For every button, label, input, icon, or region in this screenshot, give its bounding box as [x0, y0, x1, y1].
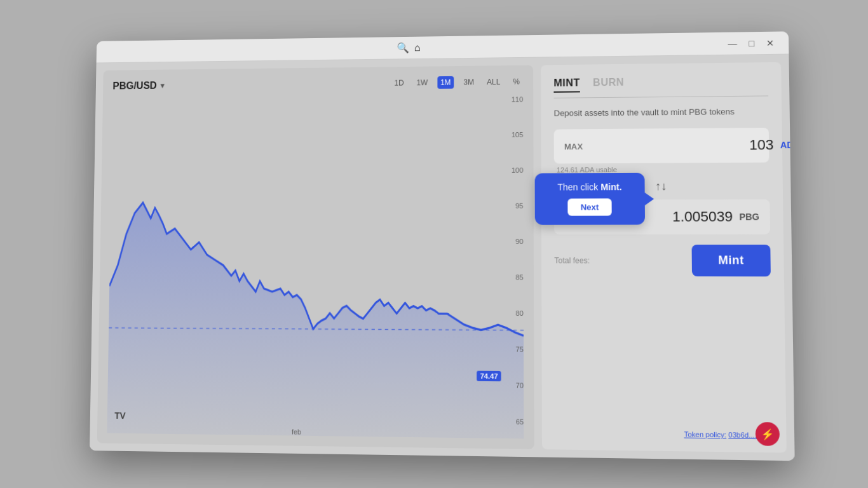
- search-icon: 🔍: [397, 42, 409, 54]
- max-label[interactable]: MAX: [564, 142, 588, 151]
- right-panel: MINT BURN Deposit assets into the vault …: [541, 62, 787, 453]
- chart-header: PBG/USD ▾ 1D 1W 1M 3M ALL %: [112, 76, 523, 93]
- mint-button[interactable]: Mint: [692, 245, 771, 276]
- close-button[interactable]: ✕: [763, 36, 778, 49]
- y-label-70: 70: [501, 381, 524, 390]
- tf-percent[interactable]: %: [510, 76, 523, 88]
- minimize-button[interactable]: —: [724, 37, 741, 50]
- y-label-110: 110: [501, 95, 523, 103]
- tab-burn[interactable]: BURN: [593, 77, 624, 92]
- address-bar: 🔍 ⌂: [106, 37, 724, 58]
- amount-input[interactable]: [593, 137, 773, 154]
- input-currency-label: ADA: [780, 140, 795, 150]
- tf-1d[interactable]: 1D: [391, 77, 407, 90]
- input-box: MAX ADA: [554, 128, 770, 164]
- tooltip-arrow-icon: [645, 192, 663, 205]
- tooltip-popover: Then click Mint. Next: [535, 173, 645, 225]
- chart-area: 110 105 100 95 90 85 80 75 70 65: [107, 95, 524, 438]
- browser-content: PBG/USD ▾ 1D 1W 1M 3M ALL % 110 105 100: [90, 55, 795, 461]
- maximize-button[interactable]: □: [745, 37, 758, 50]
- chevron-down-icon: ▾: [160, 81, 164, 90]
- output-currency: PBG: [739, 212, 759, 222]
- token-policy-label: Token policy:: [684, 430, 726, 438]
- y-label-100: 100: [501, 166, 523, 174]
- chart-x-label: feb: [292, 428, 301, 435]
- tf-all[interactable]: ALL: [484, 76, 503, 88]
- token-policy: Token policy: 03b6d...15cfa: [555, 429, 773, 440]
- tf-3m[interactable]: 3M: [460, 76, 477, 88]
- window-controls: — □ ✕: [724, 36, 778, 50]
- tooltip-text: Then click: [557, 182, 600, 192]
- y-label-95: 95: [501, 202, 523, 210]
- browser-window: 🔍 ⌂ — □ ✕ PBG/USD ▾ 1D 1W 1M 3M: [90, 31, 795, 461]
- app-logo: ⚡: [756, 422, 780, 446]
- tooltip-bold: Mint.: [600, 182, 621, 192]
- tabs-row: MINT BURN: [553, 75, 768, 98]
- tooltip-next-button[interactable]: Next: [567, 198, 612, 215]
- chart-timeframes: 1D 1W 1M 3M ALL %: [391, 76, 524, 90]
- swap-icon[interactable]: ↑↓: [655, 180, 667, 193]
- y-label-80: 80: [501, 309, 523, 317]
- y-label-90: 90: [501, 238, 523, 245]
- y-label-105: 105: [501, 131, 523, 139]
- tradingview-logo: TV: [114, 410, 125, 421]
- tf-1w[interactable]: 1W: [413, 76, 431, 89]
- chart-pair-selector[interactable]: PBG/USD ▾: [112, 80, 164, 92]
- action-row: Total fees: Then click Mint. Next Mint: [554, 245, 771, 276]
- current-price-label: 74.47: [477, 371, 501, 382]
- y-label-75: 75: [501, 345, 524, 353]
- mint-description: Deposit assets into the vault to mint PB…: [554, 107, 769, 118]
- output-amount: 1.005039: [672, 208, 733, 226]
- home-icon: ⌂: [414, 42, 421, 53]
- total-fees-label: Total fees:: [554, 256, 590, 265]
- chart-svg: [107, 95, 524, 438]
- chart-pair-label: PBG/USD: [112, 80, 157, 92]
- chart-y-labels: 110 105 100 95 90 85 80 75 70 65: [501, 95, 524, 426]
- tf-1m[interactable]: 1M: [437, 76, 454, 89]
- tab-mint[interactable]: MINT: [553, 78, 580, 93]
- y-label-85: 85: [501, 273, 523, 281]
- y-label-65: 65: [501, 417, 524, 426]
- chart-panel: PBG/USD ▾ 1D 1W 1M 3M ALL % 110 105 100: [97, 65, 534, 449]
